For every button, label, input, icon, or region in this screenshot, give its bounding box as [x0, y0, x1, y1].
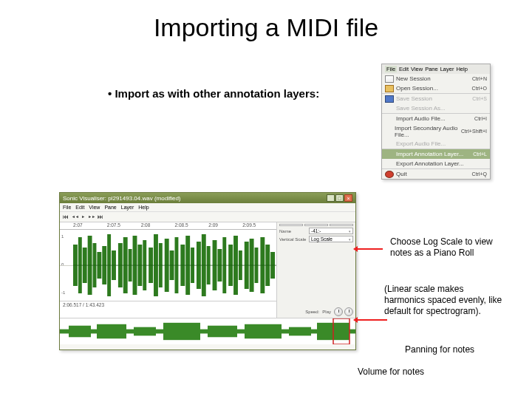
maximize-button[interactable]: □ — [335, 194, 344, 202]
menubar-item[interactable]: View — [411, 66, 423, 72]
note-panning: Panning for notes — [405, 344, 474, 355]
app-menu-item[interactable]: View — [89, 205, 100, 210]
bullet-import: Import as with other annotation layers: — [108, 87, 319, 100]
menubar-item[interactable]: Edit — [399, 66, 409, 72]
time-ruler: 2:072:07.52:082:08.52:092:09.5 — [60, 222, 276, 230]
svg-rect-48 — [289, 327, 311, 336]
menu-item[interactable]: New SessionCtrl+N — [382, 74, 490, 83]
menu-item[interactable]: Export Audio File... — [382, 139, 490, 149]
time-readout: 2:06.517 / 1:43.423 — [63, 302, 104, 307]
name-label: Name — [279, 229, 307, 233]
play-label: Play — [322, 310, 331, 314]
menu-item[interactable]: Import Audio File...Ctrl+I — [382, 113, 490, 123]
note-linear-scale: (Linear scale makes harmonics spaced eve… — [384, 284, 502, 317]
menu-item[interactable]: Open Session...Ctrl+O — [382, 83, 490, 93]
menubar: FileEditViewPaneLayerHelp — [382, 64, 490, 74]
file-menu-dropdown: FileEditViewPaneLayerHelp New SessionCtr… — [381, 64, 491, 180]
volume-dial[interactable] — [344, 307, 353, 316]
side-tabs[interactable] — [279, 224, 353, 226]
app-menu-item[interactable]: Pane — [104, 205, 116, 210]
speed-label: Speed: — [305, 310, 319, 314]
menu-item[interactable]: QuitCtrl+Q — [382, 168, 490, 179]
overview-pane[interactable] — [60, 318, 355, 344]
app-menu-item[interactable]: Edit — [75, 205, 84, 210]
menubar-item[interactable]: Layer — [440, 66, 454, 72]
titlebar: Sonic Visualiser: pl291493.04.wav (modif… — [60, 193, 355, 203]
menu-item[interactable]: Import Annotation Layer...Ctrl+L — [382, 149, 490, 159]
arrow-to-dials — [355, 319, 387, 321]
arrow-to-scale — [355, 248, 383, 250]
svg-rect-46 — [208, 326, 237, 338]
app-menu-item[interactable]: File — [63, 205, 71, 210]
scale-label: Vertical Scale — [279, 237, 307, 242]
side-tab[interactable] — [279, 224, 303, 226]
menu-item[interactable]: Save SessionCtrl+S — [382, 93, 490, 103]
note-log-scale: Choose Log Scale to view notes as a Pian… — [390, 236, 501, 259]
name-select[interactable]: -41:- — [309, 228, 353, 234]
app-window: Sonic Visualiser: pl291493.04.wav (modif… — [59, 192, 356, 350]
app-toolbar: FileEditViewPaneLayerHelp — [60, 203, 355, 211]
menu-item[interactable]: Save Session As... — [382, 103, 490, 113]
note-volume: Volume for notes — [358, 366, 424, 378]
app-menu-item[interactable]: Help — [138, 205, 149, 210]
slide-title: Importing a MIDI file — [0, 0, 532, 48]
pan-dial[interactable] — [334, 307, 343, 316]
svg-rect-47 — [245, 324, 282, 338]
svg-rect-44 — [134, 327, 156, 336]
svg-rect-42 — [69, 326, 91, 338]
menu-item[interactable]: Import Secondary Audio File...Ctrl+Shift… — [382, 123, 490, 139]
app-menubar: FileEditViewPaneLayerHelp — [63, 205, 149, 210]
side-tab[interactable] — [330, 224, 353, 226]
footer-row: 2:06.517 / 1:43.423 — [60, 301, 276, 308]
close-button[interactable]: × — [344, 194, 352, 202]
vertical-scale-select[interactable]: Log Scale — [309, 236, 353, 242]
svg-rect-45 — [163, 323, 200, 340]
side-tab[interactable] — [304, 224, 328, 226]
app-menu-item[interactable]: Layer — [121, 205, 134, 210]
menubar-item[interactable]: Pane — [425, 66, 438, 72]
menu-item[interactable]: Export Annotation Layer... — [382, 159, 490, 168]
waveform-pane[interactable]: 2:072:07.52:082:08.52:092:09.5 10-1 — [60, 222, 277, 318]
transport-controls[interactable]: ⏮ ◀◀ ▶ ▶▶ ⏭ — [63, 214, 104, 220]
svg-rect-43 — [97, 324, 126, 338]
menubar-item[interactable]: File — [385, 66, 397, 72]
menubar-item[interactable]: Help — [456, 66, 467, 72]
side-panel: Name -41:- Vertical Scale Log Scale Spee… — [277, 222, 355, 318]
window-title: Sonic Visualiser: pl291493.04.wav (modif… — [63, 195, 181, 202]
minimize-button[interactable]: _ — [327, 194, 335, 202]
